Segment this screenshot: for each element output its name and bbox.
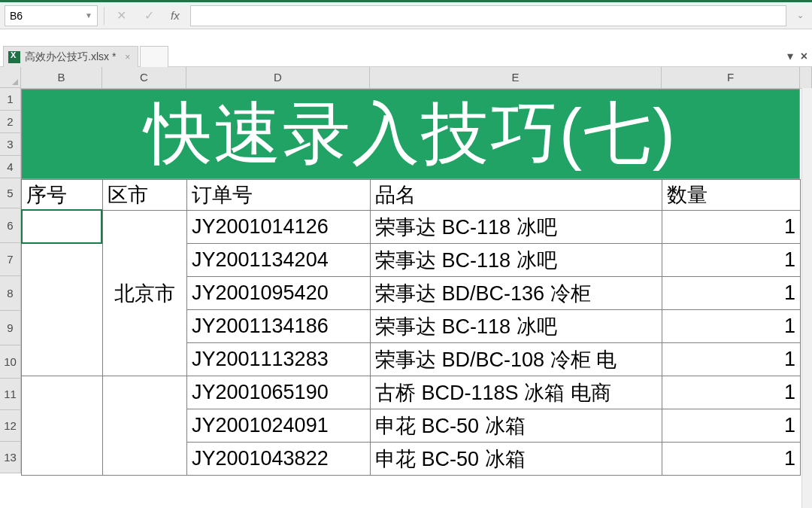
cell-seq[interactable]: [22, 376, 103, 476]
column-header-D[interactable]: D: [186, 67, 370, 89]
new-tab-button[interactable]: [140, 46, 168, 67]
fx-icon[interactable]: fx: [166, 9, 184, 22]
cell-order[interactable]: JY2001134186: [187, 310, 371, 343]
col-header-qty[interactable]: 数量: [662, 180, 801, 211]
row-header-4[interactable]: 4: [0, 156, 21, 178]
name-box[interactable]: B6 ▼: [5, 5, 98, 26]
cell-product[interactable]: 荣事达 BD/BC-108 冷柜 电: [371, 343, 662, 376]
cell-product[interactable]: 荣事达 BC-118 冰吧: [371, 211, 662, 244]
vertical-scrollbar[interactable]: [801, 88, 812, 508]
row-header-8[interactable]: 8: [0, 276, 21, 311]
workbook-tab-active[interactable]: 高效办公技巧.xlsx * ×: [3, 46, 138, 67]
cell-order[interactable]: JY2001065190: [187, 376, 371, 409]
cell-product[interactable]: 荣事达 BC-118 冰吧: [371, 244, 662, 277]
cell-city[interactable]: 北京市: [103, 211, 187, 376]
row-header-11[interactable]: 11: [0, 379, 21, 410]
row-header-12[interactable]: 12: [0, 410, 21, 442]
cell-qty[interactable]: 1: [662, 211, 801, 244]
row-header-5[interactable]: 5: [0, 178, 21, 208]
close-icon[interactable]: ×: [125, 52, 130, 62]
workbook-tabs: 高效办公技巧.xlsx * × ▾ ×: [0, 29, 812, 67]
row-header-1[interactable]: 1: [0, 88, 21, 111]
cell-order[interactable]: JY2001014126: [187, 211, 371, 244]
row-header-3[interactable]: 3: [0, 133, 21, 156]
column-header-B[interactable]: B: [21, 67, 102, 89]
cell-qty[interactable]: 1: [662, 310, 801, 343]
row-header-10[interactable]: 10: [0, 345, 21, 379]
cell-seq[interactable]: [22, 211, 103, 376]
row-header-6[interactable]: 6: [0, 208, 21, 243]
cell-qty[interactable]: 1: [662, 244, 801, 277]
column-header-C[interactable]: C: [102, 67, 186, 89]
cell-product[interactable]: 荣事达 BC-118 冰吧: [371, 310, 662, 343]
cell-qty[interactable]: 1: [662, 277, 801, 310]
column-header-stub: [800, 67, 812, 89]
column-headers: BCDEF: [21, 67, 812, 89]
spreadsheet: 12345678910111213 BCDEF 快速录入技巧(七) 序号 区市 …: [0, 67, 812, 508]
title-text: 快速录入技巧(七): [144, 89, 677, 179]
col-header-city[interactable]: 区市: [103, 180, 187, 211]
cell-city[interactable]: [103, 376, 187, 476]
separator: [104, 7, 105, 25]
formula-input[interactable]: [190, 5, 786, 26]
data-table[interactable]: 序号 区市 订单号 品名 数量 北京市JY2001014126荣事达 BC-11…: [21, 179, 801, 476]
cancel-formula-button[interactable]: ✕: [111, 8, 132, 23]
cell-qty[interactable]: 1: [662, 409, 801, 443]
formula-bar: B6 ▼ ✕ ✓ fx ⌄: [0, 2, 812, 29]
confirm-formula-button[interactable]: ✓: [138, 8, 160, 23]
cell-product[interactable]: 古桥 BCD-118S 冰箱 电商: [371, 376, 662, 409]
row-header-7[interactable]: 7: [0, 243, 21, 276]
row-header-9[interactable]: 9: [0, 311, 21, 345]
table-header-row[interactable]: 序号 区市 订单号 品名 数量: [22, 180, 801, 211]
cell-product[interactable]: 申花 BC-50 冰箱: [371, 409, 662, 443]
cell-order[interactable]: JY2001095420: [187, 277, 371, 310]
workbook-tab-label: 高效办公技巧.xlsx *: [25, 50, 116, 64]
cell-order[interactable]: JY2001113283: [187, 343, 371, 376]
tab-menu-dropdown-icon[interactable]: ▾: [787, 49, 793, 63]
row-header-2[interactable]: 2: [0, 111, 21, 133]
cell-qty[interactable]: 1: [662, 376, 801, 409]
col-header-order[interactable]: 订单号: [187, 180, 371, 211]
title-banner: 快速录入技巧(七): [21, 89, 800, 179]
cell-qty[interactable]: 1: [662, 343, 801, 376]
col-header-product[interactable]: 品名: [371, 180, 662, 211]
cell-order[interactable]: JY2001024091: [187, 409, 371, 443]
name-box-value: B6: [10, 10, 23, 22]
table-row[interactable]: 北京市JY2001014126荣事达 BC-118 冰吧1: [22, 211, 801, 244]
cell-product[interactable]: 申花 BC-50 冰箱: [371, 443, 662, 476]
expand-formula-bar-icon[interactable]: ⌄: [792, 11, 807, 20]
col-header-seq[interactable]: 序号: [22, 180, 103, 211]
close-pane-icon[interactable]: ×: [801, 50, 807, 63]
cell-order[interactable]: JY2001043822: [187, 443, 371, 476]
table-row[interactable]: JY2001065190古桥 BCD-118S 冰箱 电商1: [22, 376, 801, 409]
column-header-F[interactable]: F: [662, 67, 800, 89]
cell-qty[interactable]: 1: [662, 443, 801, 476]
select-all-corner[interactable]: [0, 67, 21, 88]
row-headers: 12345678910111213: [0, 88, 21, 473]
cell-order[interactable]: JY2001134204: [187, 244, 371, 277]
chevron-down-icon[interactable]: ▼: [85, 11, 92, 20]
cell-product[interactable]: 荣事达 BD/BC-136 冷柜: [371, 277, 662, 310]
column-header-E[interactable]: E: [370, 67, 662, 89]
excel-file-icon: [8, 51, 20, 63]
row-header-13[interactable]: 13: [0, 442, 21, 473]
